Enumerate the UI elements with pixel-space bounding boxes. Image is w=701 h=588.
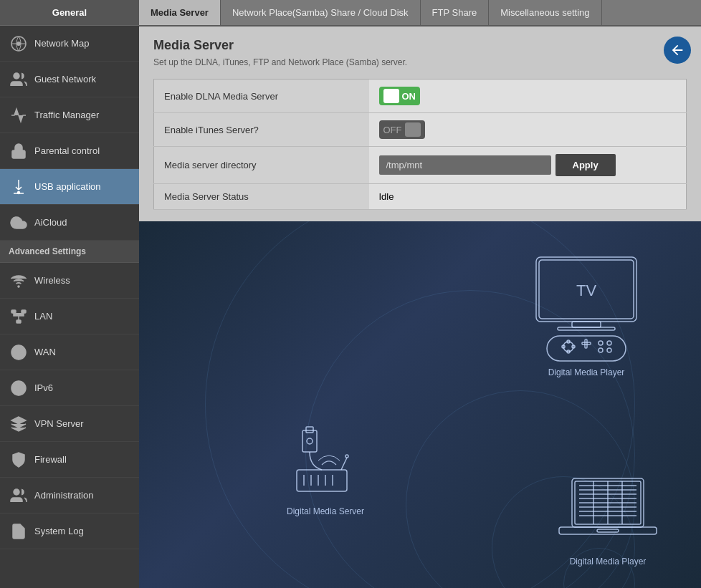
wireless-icon	[9, 271, 29, 291]
back-button[interactable]	[664, 37, 691, 64]
svg-rect-27	[572, 322, 601, 327]
settings-table: Enable DLNA Media Server ON Enable iTune…	[153, 79, 687, 210]
sidebar-item-firewall[interactable]: Firewall	[0, 442, 139, 478]
server-label: Digital Media Server	[287, 506, 364, 516]
svg-point-4	[18, 286, 19, 287]
svg-rect-6	[16, 320, 21, 323]
vpn-icon	[9, 414, 29, 434]
sidebar-item-label: LAN	[34, 311, 52, 322]
toggle-label: ON	[402, 91, 416, 102]
sidebar-item-label: System Log	[34, 526, 84, 536]
setting-value-directory: Apply	[369, 147, 687, 184]
administration-icon	[9, 486, 29, 506]
sidebar-item-system-log[interactable]: System Log	[0, 514, 139, 549]
svg-rect-5	[11, 310, 16, 313]
svg-point-35	[599, 341, 603, 345]
sidebar-item-wan[interactable]: WAN	[0, 334, 139, 370]
setting-value-dlna: ON	[369, 79, 687, 113]
tab-bar: Media Server Network Place(Samba) Share …	[139, 0, 701, 26]
toggle-knob	[405, 122, 421, 137]
tab-media-server[interactable]: Media Server	[139, 0, 221, 25]
directory-input[interactable]	[379, 155, 551, 175]
svg-rect-7	[22, 310, 26, 313]
sidebar-item-guest-network[interactable]: Guest Network	[0, 62, 139, 97]
apply-button[interactable]: Apply	[555, 154, 616, 176]
sidebar-item-parental-control[interactable]: Parental control	[0, 133, 139, 169]
sidebar-item-label: Guest Network	[34, 74, 96, 85]
svg-rect-2	[12, 150, 25, 158]
itunes-toggle[interactable]: OFF	[379, 120, 425, 139]
setting-label-status: Media Server Status	[154, 184, 369, 210]
svg-rect-54	[597, 529, 619, 532]
guest-network-icon	[9, 69, 29, 90]
sidebar-item-label: Administration	[34, 490, 93, 501]
sidebar-item-label: VPN Server	[34, 418, 84, 429]
sidebar-item-vpn-server[interactable]: VPN Server	[0, 406, 139, 442]
svg-rect-40	[585, 339, 587, 348]
system-log-icon	[9, 521, 29, 541]
sidebar-item-label: Firewall	[34, 454, 67, 465]
tab-misc-setting[interactable]: Miscellaneous setting	[489, 0, 601, 25]
sidebar-item-label: WAN	[34, 347, 56, 357]
toggle-knob	[383, 89, 399, 103]
svg-line-22	[341, 458, 347, 470]
illustration-area: Digital Media Server TV	[139, 221, 701, 588]
player1-label: Digital Media Player	[548, 367, 625, 377]
setting-value-status: Idle	[369, 184, 687, 210]
sidebar-item-traffic-manager[interactable]: Traffic Manager	[0, 97, 139, 133]
digital-media-player-2: Digital Media Player	[558, 475, 658, 567]
table-row: Enable iTunes Server? OFF	[154, 113, 687, 147]
sidebar-item-lan[interactable]: LAN	[0, 299, 139, 334]
svg-point-10	[14, 489, 19, 495]
tab-network-place[interactable]: Network Place(Samba) Share / Cloud Disk	[221, 0, 421, 25]
table-row: Enable DLNA Media Server ON	[154, 79, 687, 113]
svg-point-3	[18, 191, 20, 193]
usb-application-icon	[9, 177, 29, 197]
advanced-settings-header: Advanced Settings	[0, 241, 139, 263]
sidebar-item-ipv6[interactable]: IPv6	[0, 370, 139, 406]
sidebar: General Network Map Guest Network Traffi…	[0, 0, 139, 588]
page-description: Set up the DLNA, iTunes, FTP and Network…	[153, 57, 687, 67]
settings-content: Media Server Set up the DLNA, iTunes, FT…	[139, 26, 701, 221]
svg-point-15	[307, 438, 313, 444]
table-row: Media Server Status Idle	[154, 184, 687, 210]
setting-value-itunes: OFF	[369, 113, 687, 147]
svg-rect-13	[302, 430, 317, 452]
toggle-label: OFF	[383, 125, 402, 135]
sidebar-item-usb-application[interactable]: USB application	[0, 169, 139, 205]
network-map-icon	[9, 34, 29, 54]
main-content: Media Server Network Place(Samba) Share …	[139, 0, 701, 588]
sidebar-item-administration[interactable]: Administration	[0, 478, 139, 514]
svg-point-1	[14, 73, 19, 79]
table-row: Media server directory Apply	[154, 147, 687, 184]
sidebar-item-label: Parental control	[34, 145, 100, 156]
player2-label: Digital Media Player	[570, 556, 647, 567]
dlna-toggle[interactable]: ON	[379, 87, 421, 105]
svg-rect-39	[582, 342, 591, 344]
setting-label-dlna: Enable DLNA Media Server	[154, 79, 369, 113]
traffic-manager-icon	[9, 105, 29, 125]
svg-point-38	[607, 348, 611, 352]
sidebar-item-label: IPv6	[34, 382, 53, 393]
sidebar-item-label: Wireless	[34, 275, 70, 286]
sidebar-item-label: USB application	[34, 181, 101, 192]
directory-row: Apply	[379, 154, 677, 176]
sidebar-item-wireless[interactable]: Wireless	[0, 263, 139, 299]
sidebar-item-label: Network Map	[34, 38, 90, 49]
digital-media-server: Digital Media Server	[282, 423, 368, 516]
ipv6-icon	[9, 378, 29, 398]
general-section-header: General	[0, 0, 139, 26]
digital-media-player-1: TV Digital Media Player	[529, 250, 644, 377]
tab-ftp-share[interactable]: FTP Share	[421, 0, 490, 25]
svg-rect-14	[306, 427, 313, 433]
svg-point-37	[599, 348, 603, 352]
sidebar-item-aicloud[interactable]: AiCloud	[0, 205, 139, 241]
aicloud-icon	[9, 213, 29, 233]
parental-control-icon	[9, 141, 29, 161]
sidebar-item-network-map[interactable]: Network Map	[0, 26, 139, 62]
lan-icon	[9, 307, 29, 327]
svg-point-23	[345, 455, 348, 458]
setting-label-directory: Media server directory	[154, 147, 369, 184]
svg-point-36	[607, 341, 611, 345]
setting-label-itunes: Enable iTunes Server?	[154, 113, 369, 147]
